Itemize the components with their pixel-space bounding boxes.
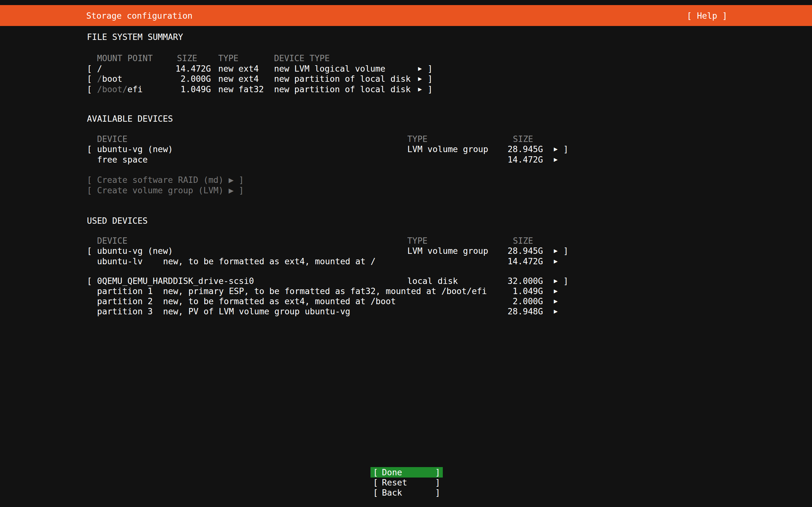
row-close-bracket: ] — [563, 245, 568, 256]
partition-description: new, primary ESP, to be formatted as fat… — [163, 286, 487, 296]
button-close-bracket: ] — [435, 467, 440, 477]
col-mount-point: MOUNT POINT — [97, 53, 153, 63]
fs-type-value: new ext4 — [218, 73, 259, 84]
col-size: SIZE — [177, 53, 197, 63]
create-volume-group-action[interactable]: [ Create volume group (LVM) ▶ ] — [0, 185, 812, 195]
used-devices-column-headers: DEVICE TYPE SIZE — [0, 235, 812, 246]
partition-name: partition 3 — [97, 306, 153, 317]
row-open-bracket: [ — [87, 245, 92, 256]
col-device-type: DEVICE TYPE — [274, 53, 330, 63]
fs-summary-row-boot[interactable]: [ /boot 2.000G new ext4 new partition of… — [0, 73, 812, 84]
row-close-bracket: ] — [427, 84, 433, 95]
device-name: free space — [97, 154, 148, 165]
col-size: SIZE — [513, 134, 533, 144]
help-button[interactable]: [ Help ] — [687, 11, 727, 20]
row-open-bracket: [ — [87, 63, 92, 74]
used-device-row-partition-3[interactable]: partition 3 new, PV of LVM volume group … — [0, 306, 812, 317]
button-label: Reset — [382, 477, 407, 488]
available-devices-heading: AVAILABLE DEVICES — [0, 113, 812, 124]
row-open-bracket: [ — [87, 144, 92, 154]
row-close-bracket: ] — [563, 144, 568, 154]
expand-arrow-icon: ▶ — [554, 245, 558, 256]
button-close-bracket: ] — [435, 477, 440, 488]
size-value: 14.472G — [136, 63, 211, 74]
used-device-row-partition-1[interactable]: partition 1 new, primary ESP, to be form… — [0, 286, 812, 296]
expand-arrow-icon: ▶ — [554, 296, 558, 306]
col-type: TYPE — [407, 134, 427, 144]
size-value: 14.472G — [469, 256, 543, 267]
button-close-bracket: ] — [435, 487, 440, 498]
size-value: 1.049G — [136, 84, 211, 95]
mount-point: / — [97, 63, 102, 74]
size-value: 14.472G — [469, 154, 543, 165]
device-name: ubuntu-vg (new) — [97, 245, 173, 256]
expand-arrow-icon: ▶ — [554, 306, 558, 317]
mount-point: /boot — [97, 73, 122, 84]
reset-button[interactable]: [ Reset ] — [0, 477, 812, 488]
storage-configuration-screen: Storage configuration [ Help ] FILE SYST… — [0, 0, 812, 507]
col-type: TYPE — [407, 235, 427, 246]
device-type-value: new LVM logical volume — [274, 63, 386, 74]
used-device-row-harddisk[interactable]: [ 0QEMU_QEMU_HARDDISK_drive-scsi0 local … — [0, 276, 812, 286]
expand-arrow-icon: ▶ — [554, 276, 558, 286]
size-value: 28.945G — [469, 144, 543, 154]
row-open-bracket: [ — [87, 73, 92, 84]
row-close-bracket: ] — [563, 276, 568, 286]
expand-arrow-icon: ▶ — [554, 154, 558, 165]
button-label: Back — [382, 487, 402, 498]
expand-arrow-icon: ▶ — [554, 286, 558, 296]
device-type-value: new partition of local disk — [274, 84, 411, 95]
size-value: 1.049G — [469, 286, 543, 296]
row-close-bracket: ] — [427, 63, 433, 74]
size-value: 2.000G — [469, 296, 543, 306]
device-name: 0QEMU_QEMU_HARDDISK_drive-scsi0 — [97, 276, 254, 286]
used-device-row-ubuntu-vg[interactable]: [ ubuntu-vg (new) LVM volume group 28.94… — [0, 245, 812, 256]
size-value: 28.948G — [469, 306, 543, 317]
back-button[interactable]: [ Back ] — [0, 487, 812, 498]
expand-arrow-icon: ▶ — [418, 84, 422, 95]
available-device-row-free-space[interactable]: free space 14.472G ▶ — [0, 154, 812, 165]
available-device-row-ubuntu-vg[interactable]: [ ubuntu-vg (new) LVM volume group 28.94… — [0, 144, 812, 154]
fs-summary-row-root[interactable]: [ / 14.472G new ext4 new LVM logical vol… — [0, 63, 812, 74]
used-device-row-ubuntu-lv[interactable]: ubuntu-lv new, to be formatted as ext4, … — [0, 256, 812, 267]
expand-arrow-icon: ▶ — [554, 144, 558, 154]
col-device: DEVICE — [97, 134, 128, 144]
used-device-row-partition-2[interactable]: partition 2 new, to be formatted as ext4… — [0, 296, 812, 306]
row-close-bracket: ] — [427, 73, 433, 84]
device-name: ubuntu-vg (new) — [97, 144, 173, 154]
col-size: SIZE — [513, 235, 533, 246]
title-bar: Storage configuration [ Help ] — [0, 5, 812, 26]
used-devices-heading: USED DEVICES — [0, 216, 812, 226]
partition-description: new, PV of LVM volume group ubuntu-vg — [163, 306, 350, 317]
size-value: 32.000G — [469, 276, 543, 286]
expand-arrow-icon: ▶ — [418, 63, 422, 74]
fs-summary-heading: FILE SYSTEM SUMMARY — [0, 32, 812, 42]
volume-name: ubuntu-lv — [97, 256, 143, 267]
device-type-value: local disk — [407, 276, 458, 286]
button-open-bracket: [ — [373, 467, 378, 477]
fs-summary-row-boot-efi[interactable]: [ /boot/efi 1.049G new fat32 new partiti… — [0, 84, 812, 95]
size-value: 28.945G — [469, 245, 543, 256]
fs-type-value: new ext4 — [218, 63, 259, 74]
col-device: DEVICE — [97, 235, 128, 246]
row-open-bracket: [ — [87, 276, 92, 286]
fs-summary-column-headers: MOUNT POINT SIZE TYPE DEVICE TYPE — [0, 53, 812, 63]
mount-point: /boot/efi — [97, 84, 143, 95]
expand-arrow-icon: ▶ — [418, 73, 422, 84]
partition-name: partition 1 — [97, 286, 153, 296]
available-devices-column-headers: DEVICE TYPE SIZE — [0, 134, 812, 144]
expand-arrow-icon: ▶ — [554, 256, 558, 267]
button-open-bracket: [ — [373, 487, 378, 498]
create-software-raid-action[interactable]: [ Create software RAID (md) ▶ ] — [0, 175, 812, 185]
page-title: Storage configuration — [86, 11, 193, 20]
partition-name: partition 2 — [97, 296, 153, 306]
button-label: Done — [382, 467, 402, 477]
partition-description: new, to be formatted as ext4, mounted at… — [163, 296, 396, 306]
col-type: TYPE — [218, 53, 239, 63]
button-open-bracket: [ — [373, 477, 378, 488]
size-value: 2.000G — [136, 73, 211, 84]
row-open-bracket: [ — [87, 84, 92, 95]
done-button[interactable]: [ Done ] — [0, 467, 812, 477]
fs-type-value: new fat32 — [218, 84, 264, 95]
device-type-value: new partition of local disk — [274, 73, 411, 84]
